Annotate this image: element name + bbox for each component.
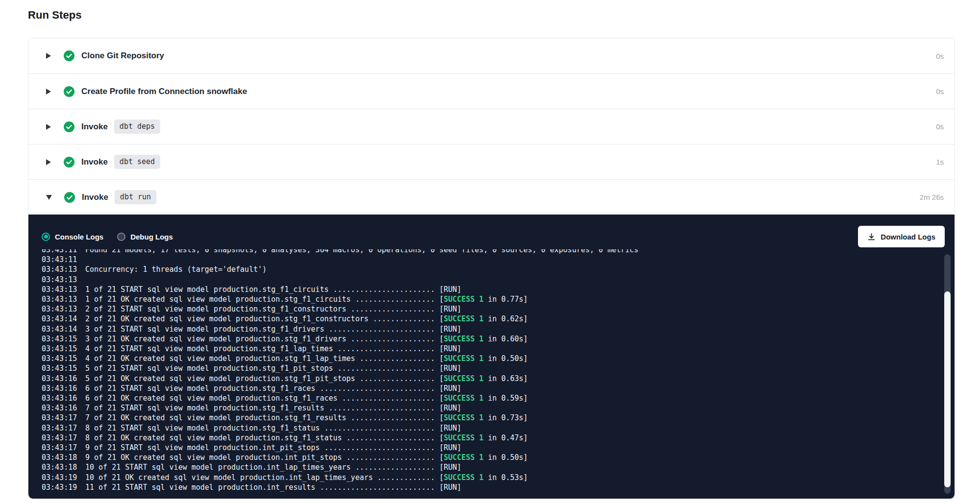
log-line: 03:43:177 of 21 OK created sql view mode…: [42, 413, 935, 423]
log-message: 7 of 21 START sql view model production.…: [85, 404, 462, 412]
log-message: 4 of 21 OK created sql view model produc…: [85, 354, 528, 363]
log-line: 03:43:132 of 21 START sql view model pro…: [42, 304, 935, 314]
radio-selected-icon: [42, 233, 50, 241]
run-steps-page: Run Steps Clone Git Repository0sCreate P…: [0, 0, 980, 499]
log-message: 5 of 21 OK created sql view model produc…: [85, 374, 528, 383]
log-message: 2 of 21 OK created sql view model produc…: [85, 314, 528, 323]
log-line: 03:43:153 of 21 OK created sql view mode…: [42, 334, 935, 344]
log-line: 03:43:13Concurrency: 1 threads (target='…: [42, 264, 935, 274]
log-message: 5 of 21 START sql view model production.…: [85, 364, 462, 373]
success-check-icon: [64, 50, 74, 61]
log-timestamp: 03:43:18: [42, 462, 85, 472]
log-timestamp: 03:43:19: [42, 482, 85, 492]
debug-logs-radio[interactable]: Debug Logs: [117, 233, 173, 241]
step-duration: 0s: [936, 87, 944, 96]
log-timestamp: 03:43:16: [42, 403, 85, 413]
expand-caret-icon[interactable]: [46, 159, 51, 165]
success-check-icon: [64, 121, 74, 132]
console-logs-label: Console Logs: [55, 233, 103, 241]
download-icon: [867, 233, 876, 241]
log-line: 03:43:167 of 21 START sql view model pro…: [42, 403, 935, 413]
run-steps-list: Clone Git Repository0sCreate Profile fro…: [28, 38, 955, 499]
collapse-caret-icon[interactable]: [46, 195, 52, 200]
log-line: 03:43:179 of 21 START sql view model pro…: [42, 443, 935, 453]
log-line: 03:43:13: [42, 275, 935, 285]
log-message: 11 of 21 START sql view model production…: [85, 483, 462, 492]
step-row[interactable]: Create Profile from Connection snowflake…: [28, 73, 955, 109]
log-timestamp: 03:43:14: [42, 324, 85, 334]
log-line: 03:43:178 of 21 OK created sql view mode…: [42, 433, 935, 443]
log-line: 03:43:142 of 21 OK created sql view mode…: [42, 314, 935, 324]
step-duration: 0s: [936, 52, 944, 60]
log-message: 4 of 21 START sql view model production.…: [85, 344, 462, 353]
expand-caret-icon[interactable]: [46, 89, 51, 95]
log-message: 10 of 21 START sql view model production…: [85, 463, 462, 472]
step-row[interactable]: Clone Git Repository0s: [28, 38, 955, 73]
log-message: 6 of 21 OK created sql view model produc…: [85, 394, 528, 403]
expand-caret-icon[interactable]: [46, 124, 51, 130]
log-message: 9 of 21 START sql view model production.…: [85, 443, 462, 452]
log-line: 03:43:1810 of 21 START sql view model pr…: [42, 462, 935, 472]
log-timestamp: 03:43:13: [42, 264, 85, 274]
log-line: 03:43:131 of 21 OK created sql view mode…: [42, 294, 935, 304]
log-message: 3 of 21 OK created sql view model produc…: [85, 335, 528, 343]
log-message: Found 21 models, 17 tests, 0 snapshots, …: [85, 249, 638, 254]
log-scrollbar-track[interactable]: [944, 254, 951, 494]
log-timestamp: 03:43:14: [42, 314, 85, 324]
log-area: 03:43:11Found 21 models, 17 tests, 0 sna…: [28, 249, 955, 497]
step-row[interactable]: Invokedbt run2m 26s: [28, 179, 955, 215]
console-logs-radio[interactable]: Console Logs: [42, 233, 103, 241]
log-timestamp: 03:43:17: [42, 423, 85, 433]
log-message: 2 of 21 START sql view model production.…: [85, 305, 462, 313]
log-line: 03:43:154 of 21 START sql view model pro…: [42, 344, 935, 354]
log-timestamp: 03:43:13: [42, 275, 85, 285]
step-row[interactable]: Invokedbt seed1s: [28, 144, 955, 179]
step-label: Clone Git Repository: [81, 51, 164, 61]
step-label: Invoke: [81, 157, 108, 167]
step-label: Create Profile from Connection snowflake: [81, 87, 247, 96]
log-timestamp: 03:43:11: [42, 249, 85, 255]
log-timestamp: 03:43:18: [42, 453, 85, 462]
log-timestamp: 03:43:13: [42, 285, 85, 294]
log-timestamp: 03:43:15: [42, 344, 85, 354]
log-message: 7 of 21 OK created sql view model produc…: [85, 413, 528, 422]
log-message: 1 of 21 OK created sql view model produc…: [85, 295, 528, 304]
step-command-chip: dbt deps: [114, 120, 160, 134]
log-line: 03:43:165 of 21 OK created sql view mode…: [42, 374, 935, 384]
log-line: 03:43:178 of 21 START sql view model pro…: [42, 423, 935, 433]
log-timestamp: 03:43:19: [42, 473, 85, 482]
success-check-icon: [64, 86, 74, 97]
log-timestamp: 03:43:15: [42, 354, 85, 363]
log-line: 03:43:1911 of 21 START sql view model pr…: [42, 482, 935, 492]
step-command-chip: dbt run: [115, 190, 156, 204]
step-duration: 0s: [936, 122, 944, 131]
log-timestamp: 03:43:17: [42, 413, 85, 423]
log-message: 1 of 21 START sql view model production.…: [85, 285, 462, 294]
success-check-icon: [64, 157, 74, 168]
log-lines: 03:43:11Found 21 models, 17 tests, 0 sna…: [42, 249, 935, 492]
log-line: 03:43:166 of 21 START sql view model pro…: [42, 384, 935, 393]
expand-caret-icon[interactable]: [46, 53, 51, 59]
log-panel: Console Logs Debug Logs Download Logs 03…: [28, 215, 955, 499]
log-line: 03:43:154 of 21 OK created sql view mode…: [42, 354, 935, 363]
log-message: 8 of 21 START sql view model production.…: [85, 424, 462, 432]
log-timestamp: 03:43:13: [42, 294, 85, 304]
log-line: 03:43:11: [42, 255, 935, 264]
step-label: Invoke: [82, 192, 108, 202]
download-logs-label: Download Logs: [881, 233, 935, 241]
download-logs-button[interactable]: Download Logs: [858, 226, 945, 247]
log-timestamp: 03:43:16: [42, 384, 85, 393]
radio-unselected-icon: [117, 233, 125, 241]
log-message: 8 of 21 OK created sql view model produc…: [85, 433, 528, 442]
log-line: 03:43:155 of 21 START sql view model pro…: [42, 363, 935, 373]
success-check-icon: [64, 192, 75, 203]
log-scrollbar-thumb[interactable]: [944, 291, 951, 487]
log-line: 03:43:166 of 21 OK created sql view mode…: [42, 393, 935, 403]
page-title: Run Steps: [28, 9, 980, 22]
log-timestamp: 03:43:16: [42, 393, 85, 403]
step-row[interactable]: Invokedbt deps0s: [28, 109, 955, 144]
log-message: 9 of 21 OK created sql view model produc…: [85, 453, 528, 462]
log-line: 03:43:189 of 21 OK created sql view mode…: [42, 453, 935, 462]
step-duration: 1s: [936, 158, 944, 166]
step-label: Invoke: [81, 122, 108, 132]
